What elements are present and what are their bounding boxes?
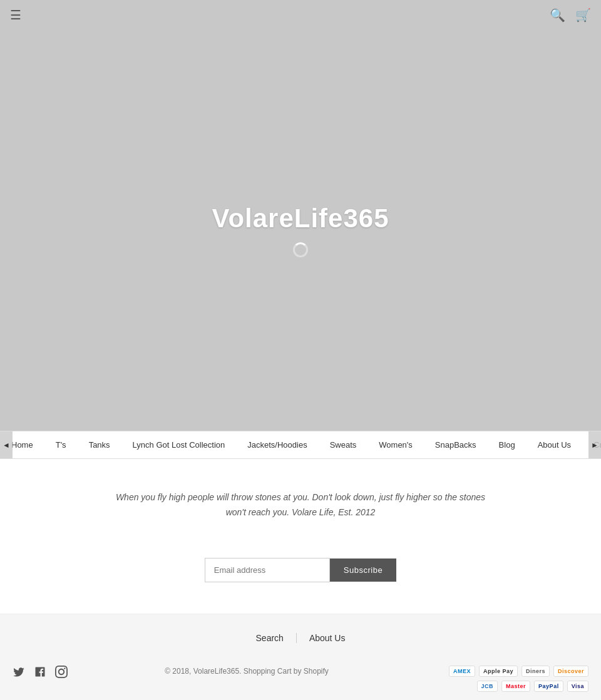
header-right-icons: 🔍 🛒 <box>550 8 591 23</box>
cart-icon[interactable]: 🛒 <box>575 8 591 23</box>
social-icons <box>13 666 68 681</box>
subscribe-button[interactable]: Subscribe <box>330 558 396 582</box>
nav-item[interactable]: T's <box>44 431 78 458</box>
footer-link-search[interactable]: Search <box>244 633 296 643</box>
payment-badge-visa: Visa <box>567 681 588 692</box>
footer-bottom: © 2018, VolareLife365. Shopping Cart by … <box>0 656 601 700</box>
footer-link-about-us[interactable]: About Us <box>296 633 358 643</box>
nav-item[interactable]: Tanks <box>78 431 121 458</box>
instagram-icon[interactable] <box>55 666 68 681</box>
hero-section: VolareLife365 <box>0 30 601 431</box>
nav-item[interactable]: Blog <box>488 431 527 458</box>
menu-icon[interactable]: ☰ <box>10 8 21 23</box>
twitter-icon[interactable] <box>13 666 25 681</box>
nav-items-container: HomeT'sTanksLynch Got Lost CollectionJac… <box>0 431 601 458</box>
tagline-section: When you fly high people will throw ston… <box>0 459 601 545</box>
site-header: ☰ 🔍 🛒 <box>0 0 601 30</box>
facebook-icon[interactable] <box>34 666 46 681</box>
nav-item[interactable]: Jackets/Hoodies <box>236 431 318 458</box>
loading-spinner <box>293 242 308 257</box>
subscribe-section: Subscribe <box>0 545 601 614</box>
copyright-text: © 2018, VolareLife365. Shopping Cart by … <box>68 666 426 676</box>
payment-badge-diners: Diners <box>521 666 550 677</box>
nav-item[interactable]: SnapBacks <box>424 431 488 458</box>
email-input[interactable] <box>205 558 330 582</box>
payment-badge-discover: Discover <box>553 666 588 677</box>
navigation-bar: ◄ HomeT'sTanksLynch Got Lost CollectionJ… <box>0 431 601 459</box>
nav-item[interactable]: Sweats <box>319 431 368 458</box>
footer-links: SearchAbout Us <box>0 614 601 656</box>
payment-badge-amex: AMEX <box>449 666 475 677</box>
payment-badge-jcb: JCB <box>477 681 498 692</box>
nav-scroll-left-button[interactable]: ◄ <box>0 431 13 458</box>
payment-badge-master: Master <box>501 681 530 692</box>
nav-item[interactable]: Women's <box>367 431 424 458</box>
nav-item[interactable]: Lynch Got Lost Collection <box>121 431 237 458</box>
payment-icons: AMEXApple PayDinersDiscoverJCBMasterPayP… <box>426 666 588 692</box>
nav-item[interactable]: About Us <box>527 431 582 458</box>
nav-scroll-right-button[interactable]: ► <box>588 431 601 458</box>
hero-title: VolareLife365 <box>212 203 389 234</box>
search-icon[interactable]: 🔍 <box>550 8 565 23</box>
payment-badge-apple: Apple Pay <box>479 666 518 677</box>
payment-badge-paypal: PayPal <box>534 681 563 692</box>
tagline-text: When you fly high people will throw ston… <box>113 490 488 520</box>
